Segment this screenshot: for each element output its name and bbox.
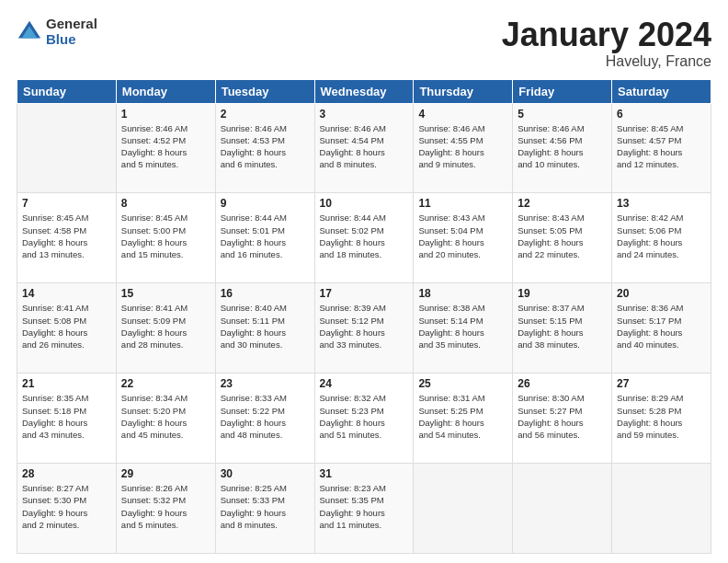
calendar-cell: 26Sunrise: 8:30 AM Sunset: 5:27 PM Dayli…	[513, 373, 612, 464]
day-info: Sunrise: 8:46 AM Sunset: 4:56 PM Dayligh…	[518, 122, 607, 171]
day-number: 13	[617, 197, 706, 210]
day-info: Sunrise: 8:32 AM Sunset: 5:23 PM Dayligh…	[320, 392, 409, 441]
week-row-5: 28Sunrise: 8:27 AM Sunset: 5:30 PM Dayli…	[17, 464, 711, 554]
day-info: Sunrise: 8:23 AM Sunset: 5:35 PM Dayligh…	[320, 482, 409, 531]
calendar-cell: 9Sunrise: 8:44 AM Sunset: 5:01 PM Daylig…	[215, 193, 314, 283]
calendar-cell: 20Sunrise: 8:36 AM Sunset: 5:17 PM Dayli…	[612, 283, 711, 373]
calendar-cell: 2Sunrise: 8:46 AM Sunset: 4:53 PM Daylig…	[215, 103, 314, 193]
day-info: Sunrise: 8:43 AM Sunset: 5:05 PM Dayligh…	[518, 212, 607, 260]
calendar-cell: 10Sunrise: 8:44 AM Sunset: 5:02 PM Dayli…	[314, 193, 414, 283]
day-info: Sunrise: 8:29 AM Sunset: 5:28 PM Dayligh…	[617, 392, 706, 441]
calendar-cell: 11Sunrise: 8:43 AM Sunset: 5:04 PM Dayli…	[414, 193, 513, 283]
day-info: Sunrise: 8:45 AM Sunset: 4:58 PM Dayligh…	[22, 212, 111, 260]
day-number: 2	[221, 108, 310, 121]
day-number: 4	[418, 108, 507, 121]
day-number: 12	[518, 197, 607, 210]
day-info: Sunrise: 8:44 AM Sunset: 5:01 PM Dayligh…	[221, 212, 310, 260]
day-info: Sunrise: 8:35 AM Sunset: 5:18 PM Dayligh…	[22, 392, 111, 441]
calendar-cell: 18Sunrise: 8:38 AM Sunset: 5:14 PM Dayli…	[414, 283, 513, 373]
calendar-cell: 1Sunrise: 8:46 AM Sunset: 4:52 PM Daylig…	[116, 103, 215, 193]
day-info: Sunrise: 8:41 AM Sunset: 5:09 PM Dayligh…	[121, 302, 210, 350]
day-number: 20	[617, 287, 706, 300]
calendar-cell: 29Sunrise: 8:26 AM Sunset: 5:32 PM Dayli…	[116, 464, 215, 554]
logo-blue: Blue	[46, 32, 97, 48]
day-number: 22	[121, 377, 210, 390]
day-header-friday: Friday	[513, 79, 612, 103]
day-number: 19	[518, 287, 607, 300]
week-row-2: 7Sunrise: 8:45 AM Sunset: 4:58 PM Daylig…	[17, 193, 711, 283]
calendar-cell: 30Sunrise: 8:25 AM Sunset: 5:33 PM Dayli…	[215, 464, 314, 554]
day-number: 30	[221, 467, 310, 480]
calendar-cell: 3Sunrise: 8:46 AM Sunset: 4:54 PM Daylig…	[314, 103, 414, 193]
calendar-cell	[612, 464, 711, 554]
day-info: Sunrise: 8:25 AM Sunset: 5:33 PM Dayligh…	[221, 482, 310, 531]
day-info: Sunrise: 8:44 AM Sunset: 5:02 PM Dayligh…	[320, 212, 409, 260]
day-number: 15	[121, 287, 210, 300]
calendar-cell: 16Sunrise: 8:40 AM Sunset: 5:11 PM Dayli…	[215, 283, 314, 373]
day-header-thursday: Thursday	[414, 79, 513, 103]
day-number: 11	[418, 197, 507, 210]
day-header-saturday: Saturday	[612, 79, 711, 103]
calendar-cell: 24Sunrise: 8:32 AM Sunset: 5:23 PM Dayli…	[314, 373, 414, 464]
calendar-table: SundayMondayTuesdayWednesdayThursdayFrid…	[17, 79, 711, 554]
day-info: Sunrise: 8:30 AM Sunset: 5:27 PM Dayligh…	[518, 392, 607, 441]
day-info: Sunrise: 8:31 AM Sunset: 5:25 PM Dayligh…	[418, 392, 507, 441]
day-number: 9	[221, 197, 310, 210]
calendar-cell: 23Sunrise: 8:33 AM Sunset: 5:22 PM Dayli…	[215, 373, 314, 464]
day-info: Sunrise: 8:45 AM Sunset: 4:57 PM Dayligh…	[617, 122, 706, 171]
day-info: Sunrise: 8:42 AM Sunset: 5:06 PM Dayligh…	[617, 212, 706, 260]
day-info: Sunrise: 8:46 AM Sunset: 4:55 PM Dayligh…	[418, 122, 507, 171]
calendar-cell: 19Sunrise: 8:37 AM Sunset: 5:15 PM Dayli…	[513, 283, 612, 373]
day-info: Sunrise: 8:27 AM Sunset: 5:30 PM Dayligh…	[22, 482, 111, 531]
header: General Blue January 2024 Haveluy, Franc…	[17, 17, 711, 70]
page: General Blue January 2024 Haveluy, Franc…	[0, 0, 728, 563]
calendar-cell: 4Sunrise: 8:46 AM Sunset: 4:55 PM Daylig…	[414, 103, 513, 193]
day-number: 27	[617, 377, 706, 390]
calendar-cell: 5Sunrise: 8:46 AM Sunset: 4:56 PM Daylig…	[513, 103, 612, 193]
month-title: January 2024	[502, 17, 711, 53]
calendar-cell: 22Sunrise: 8:34 AM Sunset: 5:20 PM Dayli…	[116, 373, 215, 464]
logo-icon	[17, 19, 42, 45]
day-number: 23	[221, 377, 310, 390]
logo-text: General Blue	[46, 17, 97, 47]
day-header-wednesday: Wednesday	[314, 79, 414, 103]
day-number: 1	[121, 108, 210, 121]
calendar-cell: 13Sunrise: 8:42 AM Sunset: 5:06 PM Dayli…	[612, 193, 711, 283]
week-row-4: 21Sunrise: 8:35 AM Sunset: 5:18 PM Dayli…	[17, 373, 711, 464]
calendar-cell: 7Sunrise: 8:45 AM Sunset: 4:58 PM Daylig…	[17, 193, 117, 283]
day-number: 18	[418, 287, 507, 300]
day-number: 25	[418, 377, 507, 390]
day-info: Sunrise: 8:45 AM Sunset: 5:00 PM Dayligh…	[121, 212, 210, 260]
day-info: Sunrise: 8:37 AM Sunset: 5:15 PM Dayligh…	[518, 302, 607, 350]
calendar-cell: 6Sunrise: 8:45 AM Sunset: 4:57 PM Daylig…	[612, 103, 711, 193]
calendar-cell: 28Sunrise: 8:27 AM Sunset: 5:30 PM Dayli…	[17, 464, 117, 554]
day-info: Sunrise: 8:26 AM Sunset: 5:32 PM Dayligh…	[121, 482, 210, 531]
day-number: 31	[320, 467, 409, 480]
day-number: 10	[320, 197, 409, 210]
day-number: 26	[518, 377, 607, 390]
day-number: 16	[221, 287, 310, 300]
week-row-1: 1Sunrise: 8:46 AM Sunset: 4:52 PM Daylig…	[17, 103, 711, 193]
calendar-cell	[414, 464, 513, 554]
day-info: Sunrise: 8:34 AM Sunset: 5:20 PM Dayligh…	[121, 392, 210, 441]
day-number: 17	[320, 287, 409, 300]
day-number: 14	[22, 287, 111, 300]
calendar-cell: 31Sunrise: 8:23 AM Sunset: 5:35 PM Dayli…	[314, 464, 414, 554]
day-header-sunday: Sunday	[17, 79, 117, 103]
logo: General Blue	[17, 17, 97, 47]
day-number: 29	[121, 467, 210, 480]
day-info: Sunrise: 8:38 AM Sunset: 5:14 PM Dayligh…	[418, 302, 507, 350]
day-number: 21	[22, 377, 111, 390]
calendar-cell: 17Sunrise: 8:39 AM Sunset: 5:12 PM Dayli…	[314, 283, 414, 373]
day-number: 7	[22, 197, 111, 210]
day-header-monday: Monday	[116, 79, 215, 103]
title-section: January 2024 Haveluy, France	[502, 17, 711, 70]
day-number: 5	[518, 108, 607, 121]
day-number: 24	[320, 377, 409, 390]
day-info: Sunrise: 8:40 AM Sunset: 5:11 PM Dayligh…	[221, 302, 310, 350]
calendar-cell: 14Sunrise: 8:41 AM Sunset: 5:08 PM Dayli…	[17, 283, 117, 373]
day-info: Sunrise: 8:33 AM Sunset: 5:22 PM Dayligh…	[221, 392, 310, 441]
calendar-cell	[513, 464, 612, 554]
day-info: Sunrise: 8:46 AM Sunset: 4:53 PM Dayligh…	[221, 122, 310, 171]
calendar-cell: 12Sunrise: 8:43 AM Sunset: 5:05 PM Dayli…	[513, 193, 612, 283]
